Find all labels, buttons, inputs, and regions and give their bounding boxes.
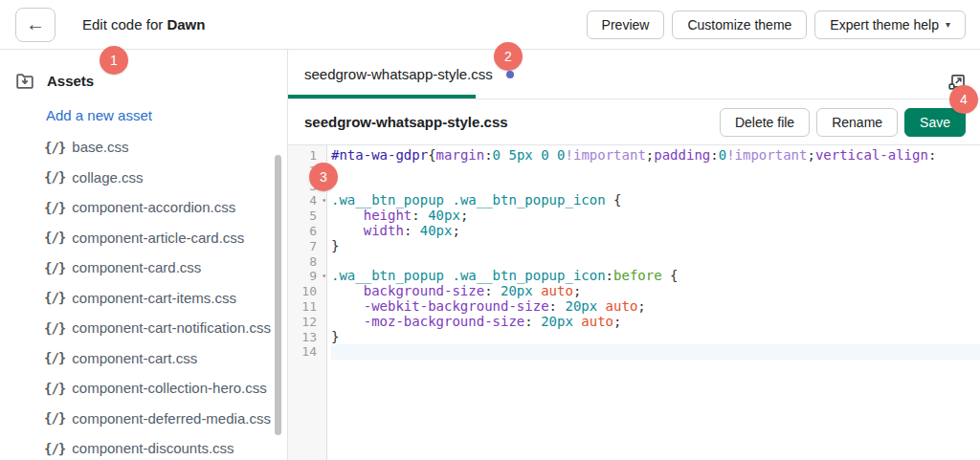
rename-button[interactable]: Rename [816,108,898,137]
page-title-prefix: Edit code for [82,16,167,33]
line-number: 6 [288,224,326,239]
delete-file-button[interactable]: Delete file [720,108,810,137]
file-actions: Delete file Rename Save [720,108,966,137]
folder-download-icon [14,70,35,91]
line-number: 11 [288,299,326,315]
code-file-icon: {/} [44,441,65,456]
annotation-badge-3: 3 [309,163,338,191]
code-line: height: 40px; [331,208,980,224]
tab-label: seedgrow-whatsapp-style.css [304,66,493,82]
asset-file-item[interactable]: {/}component-cart-notification.css [0,313,273,343]
top-bar: ← Edit code for Dawn Preview Customize t… [0,0,980,50]
code-file-icon: {/} [44,169,65,185]
asset-file-item[interactable]: {/}component-deferred-media.css [0,404,273,434]
code-line [331,164,980,179]
assets-sidebar: Assets Add a new asset {/}base.css{/}col… [0,50,288,460]
code-file-icon: {/} [44,381,65,396]
back-button[interactable]: ← [15,8,56,42]
asset-file-name: collage.css [72,169,143,186]
back-arrow-icon: ← [26,13,45,35]
sidebar-scrollbar[interactable] [275,155,281,435]
line-number: 14 [288,344,326,360]
line-number: 8 [288,254,326,270]
line-number: 4▾ [288,193,326,208]
line-number: 9▾ [288,269,326,284]
code-area: 1234▾56789▾1011121314 #nta-wa-gdpr{margi… [288,145,980,460]
line-number: 10 [288,284,326,299]
line-number: 12 [288,315,326,330]
asset-file-name: component-cart-items.css [72,290,236,306]
editor-tab-bar: seedgrow-whatsapp-style.css [288,50,980,99]
code-line: width: 40px; [331,224,980,239]
annotation-badge-4: 4 [949,85,978,114]
annotation-badge-1: 1 [100,46,128,75]
code-line: #nta-wa-gdpr{margin:0 5px 0 0!important;… [331,148,980,164]
code-file-icon: {/} [44,200,65,215]
code-line: -webkit-background-size: 20px auto; [331,299,980,315]
asset-file-name: base.css [72,139,128,155]
asset-file-name: component-deferred-media.css [72,410,271,427]
code-fold-icon[interactable]: ▾ [322,195,326,206]
line-number: 7 [288,239,326,254]
preview-button[interactable]: Preview [587,11,665,39]
asset-file-item[interactable]: {/}component-accordion.css [0,192,273,223]
code-file-icon: {/} [44,320,65,336]
add-new-asset-link[interactable]: Add a new asset [46,107,287,123]
asset-file-name: component-cart.css [72,350,197,366]
asset-file-item[interactable]: {/}collage.css [0,163,273,193]
asset-file-name: component-discounts.css [72,440,234,456]
asset-file-name: component-card.css [72,259,201,275]
code-file-icon: {/} [44,140,65,155]
asset-file-item[interactable]: {/}component-cart-items.css [0,283,273,314]
expert-theme-help-button[interactable]: Expert theme help ▾ [814,11,966,39]
asset-file-name: component-cart-notification.css [72,319,271,336]
code-file-icon: {/} [44,290,65,305]
active-tab-underline [288,95,476,99]
code-file-icon: {/} [44,350,65,365]
tab-seedgrow-whatsapp-style[interactable]: seedgrow-whatsapp-style.css [304,66,514,82]
code-file-icon: {/} [44,260,65,275]
line-number: 1 [288,148,326,164]
unsaved-changes-dot [506,71,514,78]
assets-section-title: Assets [47,73,94,89]
asset-file-name: component-accordion.css [72,199,235,215]
code-file-icon: {/} [44,230,65,245]
code-line: background-size: 20px auto; [331,284,980,299]
code-line [331,254,980,270]
asset-file-name: component-collection-hero.css [72,380,266,396]
code-line: .wa__btn_popup .wa__btn_popup_icon { [331,193,980,208]
customize-theme-button[interactable]: Customize theme [672,11,807,39]
line-number: 13 [288,330,326,345]
annotation-badge-2: 2 [494,42,523,71]
file-title: seedgrow-whatsapp-style.css [304,114,508,130]
assets-section-header[interactable]: Assets [0,50,287,91]
asset-file-item[interactable]: {/}component-collection-hero.css [0,373,273,404]
line-number: 5 [288,208,326,224]
asset-file-item[interactable]: {/}component-card.css [0,252,273,283]
asset-file-name: component-article-card.css [72,230,244,246]
asset-file-item[interactable]: {/}component-cart.css [0,343,273,374]
asset-file-item[interactable]: {/}component-discounts.css [0,433,273,460]
code-line: } [331,239,980,254]
code-line [331,344,980,360]
topbar-actions: Preview Customize theme Expert theme hel… [587,11,966,39]
line-number-gutter: 1234▾56789▾1011121314 [288,145,327,460]
theme-name: Dawn [167,16,205,33]
asset-file-list: {/}base.css{/}collage.css{/}component-ac… [0,132,287,460]
asset-file-item[interactable]: {/}component-article-card.css [0,223,273,253]
code-editor-panel: seedgrow-whatsapp-style.css seedgrow-wha… [288,50,980,460]
code-line: .wa__btn_popup .wa__btn_popup_icon:befor… [331,269,980,284]
code-fold-icon[interactable]: ▾ [322,271,326,281]
file-header-bar: seedgrow-whatsapp-style.css Delete file … [288,99,980,145]
chevron-down-icon: ▾ [946,19,950,30]
asset-file-item[interactable]: {/}base.css [0,132,273,163]
code-line [331,179,980,194]
page-title: Edit code for Dawn [82,16,205,33]
code-editor[interactable]: #nta-wa-gdpr{margin:0 5px 0 0!important;… [327,145,980,460]
code-file-icon: {/} [44,410,65,426]
code-line: } [331,330,980,345]
code-line: -moz-background-size: 20px auto; [331,315,980,330]
